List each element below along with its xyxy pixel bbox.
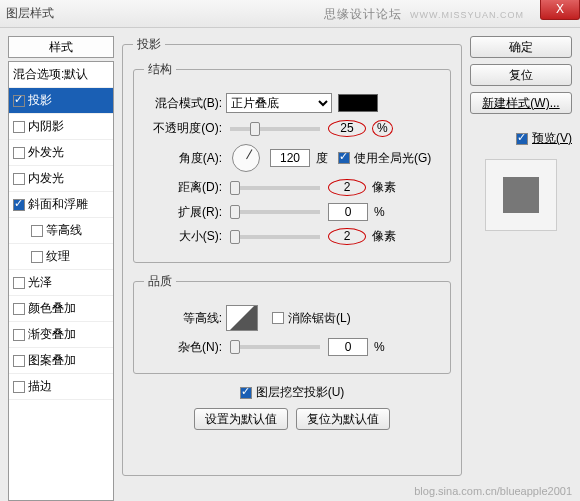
quality-group: 品质 等高线: 消除锯齿(L) 杂色(N): 0 % [133, 273, 451, 374]
style-item-label: 等高线 [46, 222, 82, 239]
style-item-0[interactable]: 混合选项:默认 [9, 62, 113, 88]
knockout-checkbox[interactable] [240, 387, 252, 399]
watermark: 思缘设计论坛 WWW.MISSYUAN.COM [324, 6, 524, 23]
footer-watermark: blog.sina.com.cn/blueapple2001 [414, 485, 572, 497]
style-item-3[interactable]: 外发光 [9, 140, 113, 166]
style-item-label: 混合选项:默认 [13, 66, 88, 83]
style-item-label: 颜色叠加 [28, 300, 76, 317]
knockout-label: 图层挖空投影(U) [256, 384, 345, 401]
contour-picker[interactable] [226, 305, 258, 331]
style-item-9[interactable]: 颜色叠加 [9, 296, 113, 322]
distance-value[interactable]: 2 [328, 179, 366, 196]
preview-swatch [503, 177, 539, 213]
style-checkbox[interactable] [13, 277, 25, 289]
style-checkbox[interactable] [13, 381, 25, 393]
style-item-label: 描边 [28, 378, 52, 395]
opacity-label: 不透明度(O): [144, 120, 222, 137]
antialias-checkbox[interactable] [272, 312, 284, 324]
shadow-color-swatch[interactable] [338, 94, 378, 112]
preview-box [485, 159, 557, 231]
style-item-1[interactable]: 投影 [9, 88, 113, 114]
preview-checkbox[interactable] [516, 133, 528, 145]
noise-value[interactable]: 0 [328, 338, 368, 356]
style-item-12[interactable]: 描边 [9, 374, 113, 400]
style-checkbox[interactable] [13, 355, 25, 367]
size-label: 大小(S): [144, 228, 222, 245]
action-panel: 确定 复位 新建样式(W)... 预览(V) [470, 36, 572, 501]
angle-value[interactable]: 120 [270, 149, 310, 167]
spread-slider[interactable] [230, 210, 320, 214]
style-checkbox[interactable] [13, 121, 25, 133]
style-checkbox[interactable] [13, 329, 25, 341]
style-checkbox[interactable] [31, 225, 43, 237]
contour-label: 等高线: [144, 310, 222, 327]
noise-slider[interactable] [230, 345, 320, 349]
style-item-5[interactable]: 斜面和浮雕 [9, 192, 113, 218]
style-checkbox[interactable] [13, 303, 25, 315]
style-item-7[interactable]: 纹理 [9, 244, 113, 270]
quality-legend: 品质 [144, 273, 176, 290]
structure-legend: 结构 [144, 61, 176, 78]
style-checkbox[interactable] [13, 95, 25, 107]
style-item-label: 外发光 [28, 144, 64, 161]
style-item-label: 渐变叠加 [28, 326, 76, 343]
settings-panel: 投影 结构 混合模式(B): 正片叠底 不透明度(O): 25 % 角度(A): [122, 36, 462, 501]
size-value[interactable]: 2 [328, 228, 366, 245]
distance-slider[interactable] [230, 186, 320, 190]
style-item-6[interactable]: 等高线 [9, 218, 113, 244]
reset-default-button[interactable]: 复位为默认值 [296, 408, 390, 430]
distance-unit: 像素 [372, 179, 396, 196]
antialias-label: 消除锯齿(L) [288, 310, 351, 327]
ok-button[interactable]: 确定 [470, 36, 572, 58]
style-checkbox[interactable] [13, 199, 25, 211]
style-item-label: 斜面和浮雕 [28, 196, 88, 213]
style-checkbox[interactable] [13, 147, 25, 159]
set-default-button[interactable]: 设置为默认值 [194, 408, 288, 430]
new-style-button[interactable]: 新建样式(W)... [470, 92, 572, 114]
drop-shadow-group: 投影 结构 混合模式(B): 正片叠底 不透明度(O): 25 % 角度(A): [122, 36, 462, 476]
angle-unit: 度 [316, 150, 328, 167]
style-checkbox[interactable] [13, 173, 25, 185]
size-unit: 像素 [372, 228, 396, 245]
opacity-unit: % [372, 120, 393, 137]
window-title: 图层样式 [6, 5, 54, 22]
opacity-slider[interactable] [230, 127, 320, 131]
style-item-8[interactable]: 光泽 [9, 270, 113, 296]
structure-group: 结构 混合模式(B): 正片叠底 不透明度(O): 25 % 角度(A): 12… [133, 61, 451, 263]
style-item-label: 纹理 [46, 248, 70, 265]
blend-mode-label: 混合模式(B): [144, 95, 222, 112]
global-light-checkbox[interactable] [338, 152, 350, 164]
preview-label: 预览(V) [532, 130, 572, 147]
style-item-10[interactable]: 渐变叠加 [9, 322, 113, 348]
angle-label: 角度(A): [144, 150, 222, 167]
styles-panel: 样式 混合选项:默认投影内阴影外发光内发光斜面和浮雕等高线纹理光泽颜色叠加渐变叠… [8, 36, 114, 501]
styles-header: 样式 [8, 36, 114, 58]
style-item-11[interactable]: 图案叠加 [9, 348, 113, 374]
style-item-label: 内发光 [28, 170, 64, 187]
spread-unit: % [374, 205, 385, 219]
style-item-label: 图案叠加 [28, 352, 76, 369]
style-item-label: 光泽 [28, 274, 52, 291]
noise-label: 杂色(N): [144, 339, 222, 356]
style-item-label: 投影 [28, 92, 52, 109]
distance-label: 距离(D): [144, 179, 222, 196]
style-checkbox[interactable] [31, 251, 43, 263]
spread-value[interactable]: 0 [328, 203, 368, 221]
size-slider[interactable] [230, 235, 320, 239]
style-item-4[interactable]: 内发光 [9, 166, 113, 192]
angle-dial[interactable] [232, 144, 260, 172]
style-item-2[interactable]: 内阴影 [9, 114, 113, 140]
titlebar: 图层样式 思缘设计论坛 WWW.MISSYUAN.COM X [0, 0, 580, 28]
close-button[interactable]: X [540, 0, 580, 20]
style-item-label: 内阴影 [28, 118, 64, 135]
drop-shadow-legend: 投影 [133, 36, 165, 53]
global-light-label: 使用全局光(G) [354, 150, 431, 167]
noise-unit: % [374, 340, 385, 354]
spread-label: 扩展(R): [144, 204, 222, 221]
styles-list: 混合选项:默认投影内阴影外发光内发光斜面和浮雕等高线纹理光泽颜色叠加渐变叠加图案… [8, 61, 114, 501]
reset-button[interactable]: 复位 [470, 64, 572, 86]
opacity-value[interactable]: 25 [328, 120, 366, 137]
blend-mode-select[interactable]: 正片叠底 [226, 93, 332, 113]
